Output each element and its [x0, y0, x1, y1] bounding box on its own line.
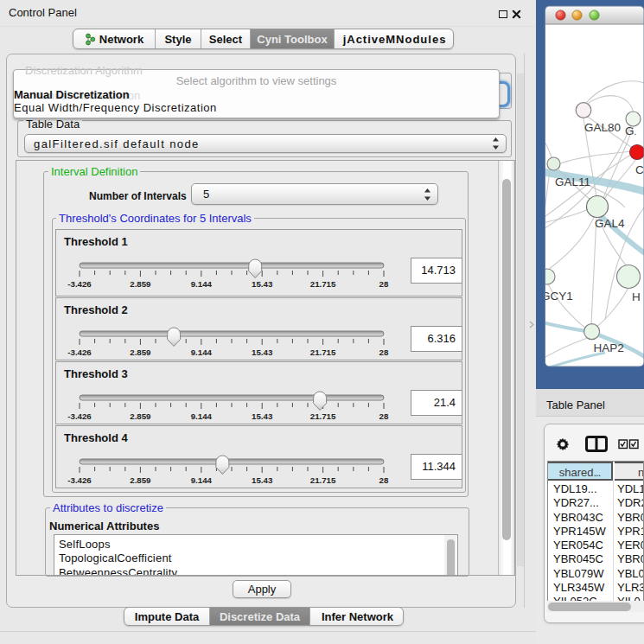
- svg-text:28: 28: [379, 348, 389, 357]
- svg-text:21.715: 21.715: [310, 348, 336, 357]
- svg-text:2.859: 2.859: [130, 411, 151, 421]
- svg-text:-3.426: -3.426: [67, 348, 92, 357]
- svg-text:GAL80: GAL80: [584, 121, 621, 134]
- svg-text:-3.426: -3.426: [67, 411, 92, 421]
- svg-text:21.715: 21.715: [310, 411, 336, 421]
- svg-text:G.: G.: [625, 124, 636, 137]
- svg-text:HAP2: HAP2: [594, 341, 624, 354]
- svg-text:H: H: [632, 290, 641, 303]
- svg-text:15.43: 15.43: [252, 475, 273, 485]
- svg-text:GAL11: GAL11: [555, 175, 590, 188]
- svg-text:28: 28: [379, 411, 389, 421]
- svg-text:-3.426: -3.426: [67, 279, 92, 289]
- svg-text:9.144: 9.144: [191, 279, 213, 289]
- svg-text:9.144: 9.144: [191, 348, 213, 357]
- svg-text:2.859: 2.859: [130, 279, 151, 289]
- svg-text:C: C: [635, 163, 644, 176]
- svg-text:-3.426: -3.426: [67, 475, 92, 485]
- svg-text:GAL4: GAL4: [595, 217, 625, 230]
- svg-text:2.859: 2.859: [130, 348, 151, 357]
- svg-text:15.43: 15.43: [252, 348, 273, 357]
- svg-text:15.43: 15.43: [252, 279, 273, 289]
- svg-text:9.144: 9.144: [191, 475, 213, 485]
- svg-text:15.43: 15.43: [252, 411, 273, 421]
- svg-text:21.715: 21.715: [310, 279, 336, 289]
- svg-text:9.144: 9.144: [191, 411, 213, 421]
- svg-text:2.859: 2.859: [130, 475, 151, 485]
- svg-text:21.715: 21.715: [310, 475, 336, 485]
- svg-text:28: 28: [379, 279, 389, 289]
- svg-text:GCY1: GCY1: [541, 290, 573, 303]
- svg-text:28: 28: [379, 475, 389, 485]
